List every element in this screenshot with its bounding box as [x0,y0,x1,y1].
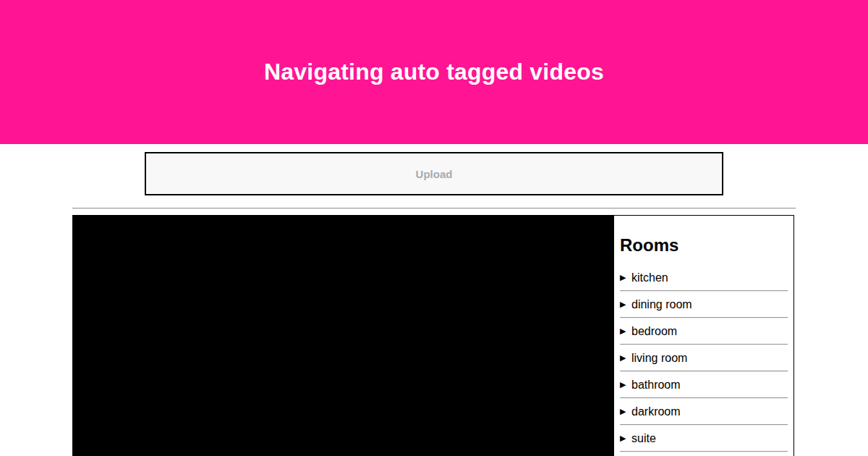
room-label: kitchen [631,270,668,285]
triangle-right-icon: ▶ [620,354,631,362]
room-label: bathroom [631,377,681,392]
room-label: bedroom [631,324,677,339]
room-label: dining room [631,297,692,312]
room-item-bedroom[interactable]: ▶ bedroom [620,324,788,339]
video-player[interactable] [72,215,613,456]
content-container: Upload Rooms ▶ kitchen ▶ dining room ▶ b… [72,152,796,456]
app-header: Navigating auto tagged videos [0,0,868,144]
triangle-right-icon: ▶ [620,434,631,442]
upload-button[interactable]: Upload [145,152,723,195]
triangle-right-icon: ▶ [620,300,631,308]
triangle-right-icon: ▶ [620,327,631,335]
triangle-right-icon: ▶ [620,274,631,282]
room-item-dining-room[interactable]: ▶ dining room [620,297,788,312]
page-title: Navigating auto tagged videos [264,59,604,85]
room-divider [620,371,788,372]
content-divider [72,208,796,209]
room-item-suite[interactable]: ▶ suite [620,431,788,446]
room-item-bathroom[interactable]: ▶ bathroom [620,377,788,392]
triangle-right-icon: ▶ [620,408,631,415]
room-item-kitchen[interactable]: ▶ kitchen [620,270,788,285]
room-item-living-room[interactable]: ▶ living room [620,350,788,366]
triangle-right-icon: ▶ [620,381,631,389]
room-label: suite [631,431,656,446]
room-divider [620,290,788,292]
room-divider [620,424,788,426]
room-item-darkroom[interactable]: ▶ darkroom [620,404,788,419]
rooms-panel: Rooms ▶ kitchen ▶ dining room ▶ bedroom … [613,215,794,456]
main-row: Rooms ▶ kitchen ▶ dining room ▶ bedroom … [72,215,796,456]
room-label: living room [631,350,687,366]
room-label: darkroom [631,404,681,419]
room-divider [620,397,788,399]
rooms-panel-title: Rooms [620,235,788,256]
room-divider [620,344,788,345]
room-divider [620,451,788,452]
room-divider [620,317,788,318]
